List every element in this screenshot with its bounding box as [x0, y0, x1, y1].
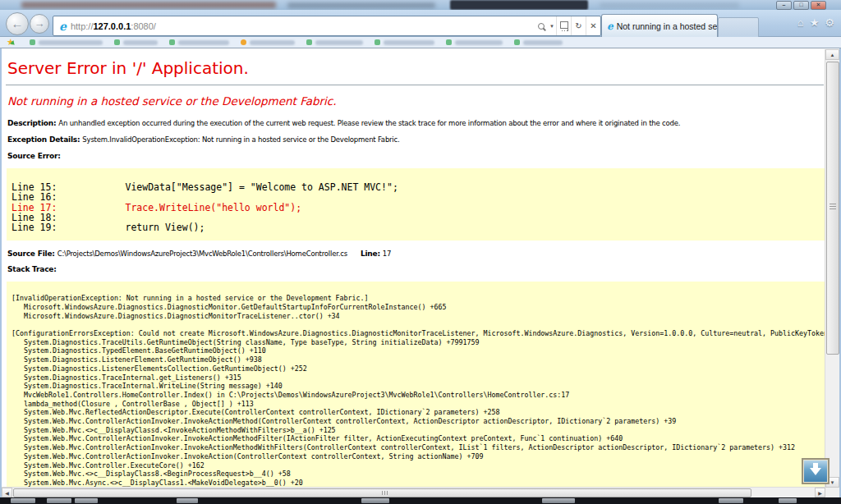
favorite-icon — [169, 39, 175, 45]
source-code-line: Line 16: — [11, 192, 825, 202]
page-viewport: Server Error in '/' Application. Not run… — [2, 48, 839, 497]
favorites-star-icon[interactable]: ★ — [810, 16, 820, 30]
taskbar-button[interactable] — [719, 498, 743, 503]
title-bar: – □ ✕ — [0, 0, 841, 10]
stack-trace-box: [InvalidOperationException: Not running … — [7, 282, 825, 488]
browser-tab[interactable]: e Not running in a hosted servic... — [601, 14, 718, 37]
source-code-line: Line 19: return View(); — [11, 222, 825, 232]
divider — [6, 85, 824, 85]
exception-text: System.InvalidOperationException: Not ru… — [82, 135, 399, 144]
navigation-bar: ← → e http://127.0.0.1:8080/ ▼ ↻ ✕ e Not… — [0, 10, 841, 37]
description-paragraph: Description: An unhandled exception occu… — [7, 119, 824, 128]
minimize-button[interactable]: – — [776, 1, 792, 10]
background-window-blur — [600, 2, 739, 8]
taskbar-button[interactable] — [779, 498, 797, 503]
favorite-icon — [30, 39, 35, 45]
scrollbar-corner — [825, 488, 839, 497]
background-window-title-blur — [21, 2, 276, 8]
add-favorite-icon[interactable]: ★ — [7, 38, 15, 47]
exception-paragraph: Exception Details: System.InvalidOperati… — [7, 135, 824, 144]
favorite-icon — [306, 39, 312, 45]
source-code-line: Line 17: Trace.WriteLine("hello world"); — [11, 203, 825, 213]
refresh-icon[interactable]: ↻ — [571, 16, 586, 35]
horizontal-scrollbar[interactable]: ◀ ▶ — [2, 487, 825, 497]
url-text[interactable]: http://127.0.0.1:8080/ — [71, 21, 534, 31]
taskbar-button[interactable] — [47, 498, 71, 503]
source-code-line: Line 15: ViewData["Message"] = "Welcome … — [11, 182, 825, 192]
taskbar-button[interactable] — [542, 498, 575, 503]
window-controls: – □ ✕ — [776, 1, 826, 10]
favorite-link[interactable] — [114, 39, 158, 45]
line-label: Line: — [361, 250, 383, 258]
site-favicon-ie: e — [59, 20, 67, 33]
tab-title: Not running in a hosted servic... — [617, 21, 718, 31]
taskbar-button[interactable] — [361, 498, 389, 503]
favorite-link[interactable] — [30, 39, 103, 45]
new-tab-button[interactable] — [718, 17, 759, 38]
stack-trace-text: [InvalidOperationException: Not running … — [11, 285, 825, 488]
error-subtitle: Not running in a hosted service or the D… — [7, 94, 824, 108]
taskbar-button[interactable] — [177, 498, 198, 503]
line-number: 17 — [383, 250, 391, 258]
favorite-link[interactable] — [514, 39, 563, 45]
favorite-icon — [514, 39, 520, 45]
vertical-scrollbar-thumb[interactable] — [826, 62, 839, 355]
back-button[interactable]: ← — [6, 12, 29, 35]
stack-trace-heading: Stack Trace: — [7, 265, 824, 274]
scroll-right-arrow-icon[interactable]: ▶ — [815, 488, 825, 497]
address-bar[interactable]: e http://127.0.0.1:8080/ ▼ ↻ ✕ — [53, 16, 601, 36]
description-label: Description: — [7, 119, 58, 127]
search-icon[interactable] — [534, 16, 548, 35]
exception-details-label: Exception Details: — [7, 135, 82, 144]
source-file-paragraph: Source File: C:\Projects\Demos\WindowsAz… — [7, 250, 824, 258]
search-dropdown-icon[interactable]: ▼ — [548, 16, 556, 35]
tools-gear-icon[interactable]: ⚙ — [825, 16, 834, 30]
favorite-icon — [114, 39, 120, 45]
tab-favicon-ie: e — [607, 21, 614, 32]
background-window-dark-region — [450, 0, 588, 10]
scroll-to-bottom-button[interactable] — [802, 458, 830, 484]
scroll-left-arrow-icon[interactable]: ◀ — [2, 488, 12, 497]
scroll-up-arrow-icon[interactable]: ▲ — [825, 49, 839, 60]
favorite-icon — [241, 39, 246, 45]
vertical-scrollbar[interactable]: ▲ ▼ — [825, 49, 839, 488]
browser-window: – □ ✕ ← → e http://127.0.0.1:8080/ ▼ ↻ ✕… — [0, 0, 841, 504]
source-file-label: Source File: — [7, 250, 57, 258]
page-title: Server Error in '/' Application. — [7, 57, 824, 79]
horizontal-scrollbar-thumb[interactable] — [13, 488, 751, 497]
close-button[interactable]: ✕ — [811, 1, 826, 10]
down-arrow-icon — [810, 468, 821, 481]
forward-button[interactable]: → — [30, 14, 49, 34]
favorite-icon — [375, 39, 380, 45]
source-error-box: Line 15: ViewData["Message"] = "Welcome … — [7, 168, 825, 241]
favorites-bar: ★ — [0, 37, 841, 48]
home-icon[interactable]: ⌂ — [797, 16, 804, 30]
restore-button[interactable]: □ — [793, 1, 809, 10]
taskbar-button[interactable] — [11, 498, 35, 503]
favorite-link[interactable] — [241, 39, 295, 45]
favorite-icon — [446, 39, 452, 45]
favorite-link[interactable] — [306, 39, 363, 45]
favorite-link[interactable] — [446, 39, 503, 45]
favorite-link[interactable] — [169, 39, 229, 45]
source-file-path: C:\Projects\Demos\WindowsAzureProject3\M… — [57, 250, 347, 258]
windows-taskbar — [0, 497, 841, 504]
favorite-link[interactable] — [375, 39, 434, 45]
description-text: An unhandled exception occurred during t… — [58, 119, 680, 127]
error-page-content: Server Error in '/' Application. Not run… — [2, 49, 825, 488]
taskbar-button[interactable] — [75, 498, 98, 503]
stop-icon[interactable]: ✕ — [586, 16, 600, 35]
source-error-heading: Source Error: — [7, 152, 824, 161]
compatibility-view-icon[interactable] — [556, 16, 571, 35]
background-window-title-blur — [287, 2, 435, 8]
